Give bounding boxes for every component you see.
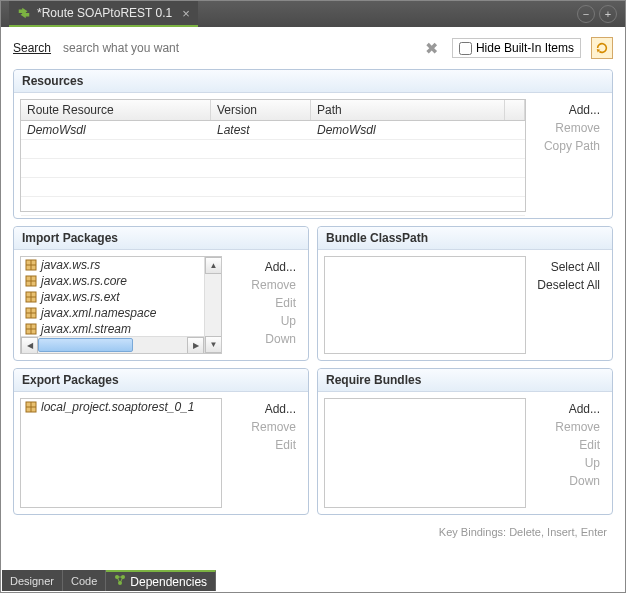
edit-button: Edit xyxy=(275,294,296,312)
maximize-button[interactable]: + xyxy=(599,5,617,23)
import-packages-actions: Add... Remove Edit Up Down xyxy=(230,256,302,354)
list-item[interactable]: javax.xml.namespace xyxy=(21,305,221,321)
clear-search-icon[interactable]: ✖ xyxy=(421,39,442,58)
up-button: Up xyxy=(281,312,296,330)
package-icon xyxy=(25,401,37,413)
resources-header: Resources xyxy=(14,70,612,93)
package-icon xyxy=(25,259,37,271)
add-button[interactable]: Add... xyxy=(569,400,600,418)
close-tab-icon[interactable]: × xyxy=(182,6,190,21)
scroll-down-icon[interactable]: ▼ xyxy=(205,336,222,353)
list-item[interactable]: javax.ws.rs.core xyxy=(21,273,221,289)
require-bundles-list[interactable] xyxy=(324,398,526,508)
export-packages-actions: Add... Remove Edit xyxy=(230,398,302,508)
keybindings-hint: Key Bindings: Delete, Insert, Enter xyxy=(13,522,613,538)
import-packages-list[interactable]: javax.ws.rs javax.ws.rs.core javax.ws.rs… xyxy=(20,256,222,354)
scroll-left-icon[interactable]: ◀ xyxy=(21,337,38,354)
list-item[interactable]: javax.ws.rs.ext xyxy=(21,289,221,305)
package-icon xyxy=(25,291,37,303)
resources-actions: Add... Remove Copy Path xyxy=(534,99,606,212)
vertical-scrollbar[interactable]: ▲▼ xyxy=(204,257,221,353)
export-packages-list[interactable]: local_project.soaptorest_0_1 xyxy=(20,398,222,508)
route-file-icon xyxy=(17,6,31,20)
remove-button: Remove xyxy=(251,418,296,436)
col-path[interactable]: Path xyxy=(311,100,505,120)
remove-button: Remove xyxy=(555,119,600,137)
down-button: Down xyxy=(265,330,296,348)
refresh-button[interactable] xyxy=(591,37,613,59)
hide-builtin-label: Hide Built-In Items xyxy=(476,41,574,55)
deselect-all-button[interactable]: Deselect All xyxy=(537,276,600,294)
bundle-classpath-header: Bundle ClassPath xyxy=(318,227,612,250)
title-bar: *Route SOAPtoREST 0.1 × − + xyxy=(1,1,625,27)
bundle-classpath-actions: Select All Deselect All xyxy=(534,256,606,354)
scroll-up-icon[interactable]: ▲ xyxy=(205,257,222,274)
col-version[interactable]: Version xyxy=(211,100,311,120)
add-button[interactable]: Add... xyxy=(569,101,600,119)
table-row[interactable]: DemoWsdl Latest DemoWsdl xyxy=(21,121,525,140)
import-packages-header: Import Packages xyxy=(14,227,308,250)
editor-tab[interactable]: *Route SOAPtoREST 0.1 × xyxy=(9,1,198,27)
down-button: Down xyxy=(569,472,600,490)
tab-title: *Route SOAPtoREST 0.1 xyxy=(37,6,172,20)
select-all-button[interactable]: Select All xyxy=(551,258,600,276)
require-bundles-header: Require Bundles xyxy=(318,369,612,392)
search-toolbar: Search ✖ Hide Built-In Items xyxy=(1,27,625,69)
package-icon xyxy=(25,323,37,335)
search-label: Search xyxy=(13,41,51,55)
resources-panel: Resources Route Resource Version Path De… xyxy=(13,69,613,219)
list-item[interactable]: javax.ws.rs xyxy=(21,257,221,273)
add-button[interactable]: Add... xyxy=(265,400,296,418)
require-bundles-panel: Require Bundles Add... Remove Edit Up Do… xyxy=(317,368,613,515)
bundle-classpath-list[interactable] xyxy=(324,256,526,354)
add-button[interactable]: Add... xyxy=(265,258,296,276)
tab-dependencies[interactable]: Dependencies xyxy=(106,570,216,591)
resources-table[interactable]: Route Resource Version Path DemoWsdl Lat… xyxy=(20,99,526,212)
dependencies-icon xyxy=(114,574,126,589)
edit-button: Edit xyxy=(275,436,296,454)
package-icon xyxy=(25,275,37,287)
hide-builtin-checkbox[interactable] xyxy=(459,42,472,55)
copy-path-button: Copy Path xyxy=(544,137,600,155)
list-item[interactable]: javax.xml.stream xyxy=(21,321,221,337)
list-item[interactable]: local_project.soaptorest_0_1 xyxy=(21,399,221,415)
require-bundles-actions: Add... Remove Edit Up Down xyxy=(534,398,606,508)
search-input[interactable] xyxy=(61,39,411,57)
import-packages-panel: Import Packages javax.ws.rs javax.ws.rs.… xyxy=(13,226,309,361)
remove-button: Remove xyxy=(555,418,600,436)
bundle-classpath-panel: Bundle ClassPath Select All Deselect All xyxy=(317,226,613,361)
col-route-resource[interactable]: Route Resource xyxy=(21,100,211,120)
export-packages-header: Export Packages xyxy=(14,369,308,392)
tab-code[interactable]: Code xyxy=(63,570,106,591)
hide-builtin-checkbox-wrap[interactable]: Hide Built-In Items xyxy=(452,38,581,58)
edit-button: Edit xyxy=(579,436,600,454)
remove-button: Remove xyxy=(251,276,296,294)
scroll-right-icon[interactable]: ▶ xyxy=(187,337,204,354)
minimize-button[interactable]: − xyxy=(577,5,595,23)
up-button: Up xyxy=(585,454,600,472)
resources-table-header: Route Resource Version Path xyxy=(21,100,525,121)
export-packages-panel: Export Packages local_project.soaptorest… xyxy=(13,368,309,515)
horizontal-scrollbar[interactable]: ◀▶ xyxy=(21,336,204,353)
bottom-tab-bar: Designer Code Dependencies xyxy=(2,570,216,591)
package-icon xyxy=(25,307,37,319)
tab-designer[interactable]: Designer xyxy=(2,570,63,591)
